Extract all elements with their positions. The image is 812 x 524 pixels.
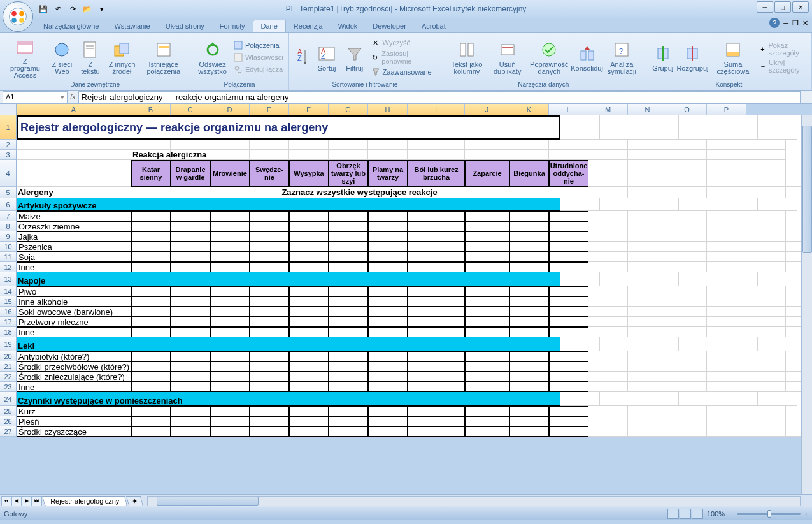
cell[interactable] xyxy=(368,231,408,242)
cell[interactable]: Zaznacz wszystkie występujące reakcje xyxy=(131,187,588,198)
cell[interactable] xyxy=(746,252,786,262)
row-header[interactable]: 7 xyxy=(0,211,17,221)
cell[interactable] xyxy=(250,242,289,252)
hide-detail-button[interactable]: −Ukryj szczegóły xyxy=(758,58,808,75)
cell[interactable] xyxy=(368,372,408,382)
cell[interactable] xyxy=(746,307,786,317)
cell[interactable] xyxy=(289,307,329,317)
cell[interactable] xyxy=(250,406,289,416)
cell[interactable] xyxy=(368,286,408,296)
qat-more-icon[interactable]: ▾ xyxy=(96,3,108,15)
cell[interactable] xyxy=(465,231,509,242)
from-other-button[interactable]: Z innych źródeł xyxy=(104,38,139,76)
cell[interactable] xyxy=(131,416,171,426)
cell[interactable] xyxy=(588,361,628,372)
cell[interactable] xyxy=(549,211,588,221)
tab-nav-prev[interactable]: ◀ xyxy=(11,496,22,506)
cell[interactable] xyxy=(131,296,171,307)
cell[interactable] xyxy=(210,382,250,392)
cell[interactable] xyxy=(628,242,667,252)
cell[interactable] xyxy=(628,160,667,187)
cell[interactable] xyxy=(210,372,250,382)
row-header[interactable]: 16 xyxy=(0,307,17,317)
sort-az-button[interactable]: AZ xyxy=(293,46,313,69)
cell[interactable] xyxy=(509,317,549,327)
cell[interactable] xyxy=(746,231,786,242)
cell[interactable] xyxy=(17,140,131,150)
cell[interactable] xyxy=(628,140,667,150)
cell[interactable] xyxy=(131,351,171,361)
cell[interactable] xyxy=(549,150,588,160)
tab-nav-last[interactable]: ⏭ xyxy=(32,496,42,506)
cell[interactable] xyxy=(210,252,250,262)
zoom-slider[interactable] xyxy=(737,513,801,515)
row-header[interactable]: 23 xyxy=(0,382,17,392)
cell[interactable] xyxy=(549,416,588,426)
cell[interactable] xyxy=(667,221,707,231)
cell[interactable] xyxy=(758,337,797,351)
cell[interactable] xyxy=(465,426,509,437)
cell[interactable] xyxy=(667,252,707,262)
cell[interactable] xyxy=(560,392,600,406)
cell[interactable] xyxy=(289,150,329,160)
col-header[interactable]: O xyxy=(667,104,707,115)
cell[interactable] xyxy=(329,140,368,150)
col-header[interactable]: F xyxy=(289,104,329,115)
reapply-button[interactable]: ↻Zastosuj ponownie xyxy=(369,49,437,66)
cell[interactable] xyxy=(707,252,746,262)
grid[interactable]: Rejestr alergologiczny — reakcje organiz… xyxy=(17,115,812,437)
cell[interactable] xyxy=(465,252,509,262)
cell[interactable] xyxy=(171,426,210,437)
cell[interactable] xyxy=(210,416,250,426)
group-button[interactable]: Grupuj xyxy=(650,42,676,73)
view-break-button[interactable] xyxy=(692,509,703,519)
cell[interactable] xyxy=(210,317,250,327)
cell[interactable] xyxy=(758,198,797,211)
cell[interactable] xyxy=(628,286,667,296)
cell[interactable] xyxy=(250,317,289,327)
cell[interactable] xyxy=(758,272,797,286)
cell[interactable] xyxy=(628,351,667,361)
cell[interactable] xyxy=(667,327,707,337)
cell[interactable] xyxy=(210,426,250,437)
tab-home[interactable]: Narzędzia główne xyxy=(36,20,106,32)
from-access-button[interactable]: Z programu Access xyxy=(4,35,46,80)
cell[interactable] xyxy=(628,416,667,426)
cell[interactable] xyxy=(368,416,408,426)
cell[interactable] xyxy=(368,382,408,392)
cell[interactable] xyxy=(171,372,210,382)
cell[interactable] xyxy=(408,426,465,437)
cell[interactable] xyxy=(131,140,171,150)
cell[interactable] xyxy=(509,286,549,296)
cell[interactable] xyxy=(408,372,465,382)
cell[interactable] xyxy=(171,262,210,272)
row-header[interactable]: 11 xyxy=(0,252,17,262)
cell[interactable] xyxy=(707,361,746,372)
cell[interactable] xyxy=(289,372,329,382)
cell[interactable] xyxy=(329,211,368,221)
cell[interactable] xyxy=(549,351,588,361)
tab-data[interactable]: Dane xyxy=(253,20,286,32)
cell[interactable]: Soja xyxy=(17,252,131,262)
cell[interactable]: Mrowie­nie xyxy=(210,160,250,187)
cell[interactable] xyxy=(465,262,509,272)
zoom-in-button[interactable]: + xyxy=(804,510,808,518)
col-header[interactable]: L xyxy=(549,104,588,115)
cell[interactable] xyxy=(289,296,329,307)
col-header[interactable]: C xyxy=(171,104,210,115)
cell[interactable]: Orzeszki ziemne xyxy=(17,221,131,231)
cell[interactable] xyxy=(171,416,210,426)
show-detail-button[interactable]: +Pokaż szczegóły xyxy=(758,41,808,57)
cell[interactable] xyxy=(289,382,329,392)
cell[interactable] xyxy=(210,231,250,242)
cell[interactable] xyxy=(131,286,171,296)
cell[interactable] xyxy=(289,221,329,231)
cell[interactable] xyxy=(549,361,588,372)
cell[interactable] xyxy=(17,160,131,187)
office-button[interactable] xyxy=(3,1,33,32)
cell[interactable] xyxy=(600,392,639,406)
cell[interactable] xyxy=(368,262,408,272)
cell[interactable] xyxy=(465,317,509,327)
cell[interactable] xyxy=(408,211,465,221)
row-header[interactable]: 9 xyxy=(0,231,17,242)
